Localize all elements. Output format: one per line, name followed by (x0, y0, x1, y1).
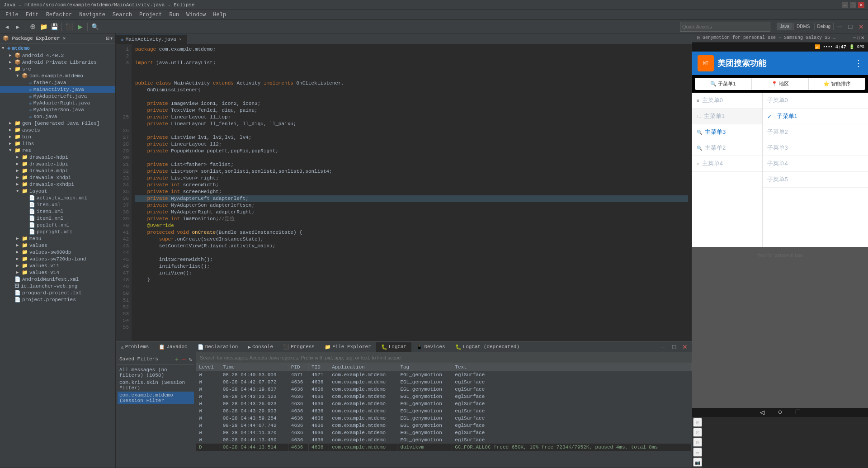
log-row[interactable]: W 08-28 04:44:13.450 4636 4636 com.examp… (196, 436, 692, 444)
back-nav-icon[interactable]: ◁ (760, 408, 764, 417)
toolbar-maximize-btn[interactable]: □ (845, 22, 855, 32)
log-search-input[interactable] (196, 352, 692, 363)
tree-item-popright[interactable]: 📄 popright.xml (0, 228, 115, 235)
close-button[interactable]: ✕ (858, 2, 864, 8)
right-menu-item-1[interactable]: ✓子菜单1 (763, 109, 868, 124)
tree-item-gen[interactable]: ▶ 📁 gen [Generated Java Files] (0, 120, 115, 127)
tree-item-father[interactable]: ☕ father.java (0, 79, 115, 86)
toolbar-minimize-btn[interactable]: ─ (835, 22, 844, 32)
add-filter-btn[interactable]: + (175, 355, 179, 363)
right-menu-item-2[interactable]: 子菜单2 (763, 124, 868, 140)
left-menu-item-4[interactable]: ≡ 主菜单4 (692, 156, 762, 172)
log-row[interactable]: W 08-28 04:40:53.009 4571 4571 com.examp… (196, 371, 692, 378)
right-tool-1[interactable]: ⊞ (693, 418, 702, 427)
tree-item-assets[interactable]: ▶ 📁 assets (0, 127, 115, 133)
tree-item-popleft[interactable]: 📄 popleft.xml (0, 222, 115, 228)
menu-item-run[interactable]: Run (165, 11, 183, 19)
log-row[interactable]: W 08-28 04:43:23.123 4636 4636 com.examp… (196, 393, 692, 400)
toolbar-new-btn[interactable]: ⊕ (28, 22, 38, 32)
right-tool-5[interactable]: 📷 (693, 458, 702, 467)
tree-item-drawable-hdpi[interactable]: ▶ 📁 drawable-hdpi (0, 154, 115, 161)
quick-access-input[interactable] (680, 22, 770, 32)
left-menu-item-2[interactable]: 🔍 主菜单3 (692, 124, 762, 140)
right-menu-item-4[interactable]: 子菜单4 (763, 156, 868, 172)
pkg-menu-btn[interactable]: ▾ (110, 36, 113, 41)
tree-item-mtdemo[interactable]: ▼ ◈ mtdemo (0, 44, 115, 52)
tree-item-proguard[interactable]: 📄 proguard-project.txt (0, 289, 115, 296)
log-row[interactable]: W 08-28 04:43:59.254 4636 4636 com.examp… (196, 415, 692, 422)
left-menu-item-3[interactable]: 🔍 主菜单2 (692, 140, 762, 156)
tree-item-layout[interactable]: ▼ 📁 layout (0, 188, 115, 194)
device-minimize-btn[interactable]: ─ (853, 35, 856, 40)
filter-kris-skin[interactable]: com.kris.skin (Session Filter) (118, 379, 194, 392)
left-menu-item-0[interactable]: ≡ 主菜单0 (692, 93, 762, 109)
tab-declaration[interactable]: 📄Declaration (193, 342, 243, 352)
right-menu-item-3[interactable]: 子菜单3 (763, 140, 868, 156)
tree-item-values[interactable]: ▶ 📁 values (0, 242, 115, 249)
tree-item-bin[interactable]: ▶ 📁 bin (0, 133, 115, 140)
tab-logcat-deprecated[interactable]: 🐛LogCat (deprecated) (450, 342, 524, 352)
tree-item-values-sw720[interactable]: ▶ 📁 values-sw720dp-land (0, 255, 115, 262)
remove-filter-btn[interactable]: ─ (182, 356, 186, 363)
toolbar-run-btn[interactable]: ▶ (75, 22, 85, 32)
right-tool-3[interactable]: ⊟ (693, 438, 702, 447)
log-row[interactable]: D 08-28 04:44:13.514 4636 4636 com.examp… (196, 444, 692, 451)
home-nav-icon[interactable]: ○ (778, 408, 783, 416)
tree-item-values-sw600[interactable]: ▶ 📁 values-sw600dp (0, 249, 115, 255)
tree-item-drawable-ldpi[interactable]: ▶ 📁 drawable-ldpi (0, 161, 115, 167)
ddms-perspective-btn[interactable]: DDMS (793, 23, 813, 30)
tree-item-item1-xml[interactable]: 📄 item1.xml (0, 208, 115, 215)
tab-progress[interactable]: ⬛Progress (278, 342, 320, 352)
edit-filter-btn[interactable]: ✎ (189, 357, 192, 362)
log-row[interactable]: W 08-28 04:43:26.023 4636 4636 com.examp… (196, 400, 692, 407)
log-row[interactable]: W 08-28 04:42:07.072 4636 4636 com.examp… (196, 378, 692, 386)
tree-item-myadapterright[interactable]: ☕ MyAdapterRight.java (0, 99, 115, 106)
device-maximize-btn[interactable]: □ (857, 35, 860, 40)
tree-item-item-xml[interactable]: 📄 item.xml (0, 201, 115, 208)
tab-close-icon[interactable]: ✕ (179, 37, 182, 42)
console-maximize-btn[interactable]: □ (669, 342, 679, 352)
filter-mtdemo[interactable]: com.example.mtdemo (Session Filter (118, 392, 194, 404)
left-menu-item-1[interactable]: ↑↓ 主菜单1 (692, 109, 762, 124)
tree-item-values-v14[interactable]: ▶ 📁 values-v14 (0, 269, 115, 276)
tree-item-menu[interactable]: ▶ 📁 menu (0, 235, 115, 242)
filter-all-messages[interactable]: All messages (no filters) (1058) (118, 366, 194, 379)
search-tab-3[interactable]: ⭐ 智能排序 (809, 78, 865, 90)
tab-mainactivity[interactable]: ☕ MainActivity.java ✕ (116, 34, 187, 44)
java-perspective-btn[interactable]: Java (777, 23, 793, 30)
right-tool-4[interactable]: ☰ (693, 448, 702, 457)
menu-item-refactor[interactable]: Refactor (42, 11, 76, 19)
toolbar-open-btn[interactable]: 📁 (38, 22, 48, 32)
maximize-button[interactable]: □ (850, 2, 856, 8)
menu-item-navigate[interactable]: Navigate (75, 11, 109, 19)
log-row[interactable]: W 08-28 04:43:19.607 4636 4636 com.examp… (196, 386, 692, 393)
tree-item-myadapterson[interactable]: ☕ MyAdapterSon.java (0, 106, 115, 113)
tree-item-myadapterleft[interactable]: ☕ MyAdapterLeft.java (0, 93, 115, 99)
right-tool-2[interactable]: ⊡ (693, 428, 702, 437)
console-close-btn[interactable]: ✕ (680, 342, 690, 352)
toolbar-search-btn[interactable]: 🔍 (90, 22, 100, 32)
console-minimize-btn[interactable]: ─ (658, 342, 668, 352)
tree-item-drawable-mdpi[interactable]: ▶ 📁 drawable-mdpi (0, 167, 115, 174)
minimize-button[interactable]: ─ (842, 2, 848, 8)
log-row[interactable]: W 08-28 04:44:11.370 4636 4636 com.examp… (196, 429, 692, 436)
tree-item-mainactivity[interactable]: ☕ MainActivity.java (0, 86, 115, 93)
menu-item-edit[interactable]: Edit (22, 11, 42, 19)
tree-item-drawable-xhdpi[interactable]: ▶ 📁 drawable-xhdpi (0, 174, 115, 181)
toolbar-close-btn[interactable]: ✕ (856, 22, 866, 32)
recents-nav-icon[interactable]: □ (796, 408, 800, 416)
toolbar-save-btn[interactable]: 💾 (49, 22, 59, 32)
tree-item-values-v11[interactable]: ▶ 📁 values-v11 (0, 262, 115, 269)
tab-console[interactable]: ▶Console (243, 342, 278, 352)
menu-item-file[interactable]: File (2, 11, 22, 19)
tree-item-libs[interactable]: ▶ 📁 libs (0, 140, 115, 147)
tree-item-package[interactable]: ▼ 📦 com.example.mtdemo (0, 72, 115, 79)
tree-item-androidmanifest[interactable]: 📄 AndroidManifest.xml (0, 276, 115, 283)
tab-file-explorer[interactable]: 📁File Explorer (320, 342, 376, 352)
tree-item-android-private[interactable]: ▶ 📦 Android Private Libraries (0, 59, 115, 66)
log-row[interactable]: W 08-28 04:43:29.903 4636 4636 com.examp… (196, 407, 692, 415)
tree-item-activity-main[interactable]: 📄 activity_main.xml (0, 194, 115, 201)
menu-item-help[interactable]: Help (209, 11, 230, 19)
tab-javadoc[interactable]: 📋Javadoc (154, 342, 192, 352)
menu-item-search[interactable]: Search (109, 11, 136, 19)
